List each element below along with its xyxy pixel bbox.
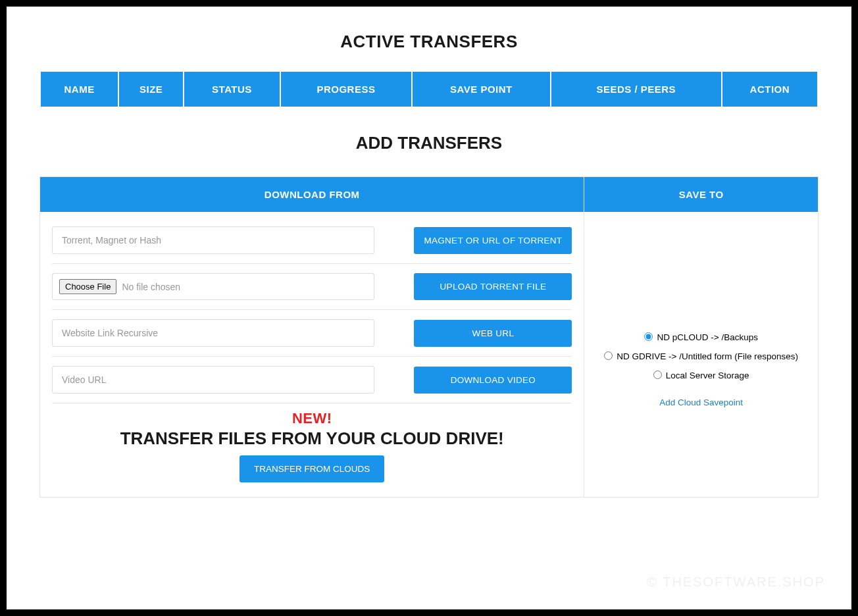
savepoint-radio-gdrive[interactable] [604, 351, 613, 360]
col-savepoint[interactable]: SAVE POINT [413, 72, 550, 107]
savepoint-option-gdrive[interactable]: ND GDRIVE -> /Untitled form (File respon… [597, 349, 805, 365]
transfer-cloud-title: TRANSFER FILES FROM YOUR CLOUD DRIVE! [52, 428, 572, 449]
app-frame: ACTIVE TRANSFERS NAME SIZE STATUS PROGRE… [7, 7, 851, 609]
transfer-cloud-section: NEW! TRANSFER FILES FROM YOUR CLOUD DRIV… [52, 403, 572, 482]
savepoint-radio-local[interactable] [653, 371, 662, 379]
weburl-input[interactable] [52, 319, 374, 347]
save-to-column: SAVE TO ND pCLOUD -> /Backups ND GDRIVE … [584, 177, 818, 497]
savepoint-option-local[interactable]: Local Server Storage [597, 369, 805, 384]
col-progress[interactable]: PROGRESS [281, 72, 411, 107]
transfer-from-clouds-button[interactable]: TRANSFER FROM CLOUDS [240, 455, 384, 482]
col-seeds-peers[interactable]: SEEDS / PEERS [551, 72, 721, 107]
add-transfers-title: ADD TRANSFERS [39, 133, 819, 153]
savepoint-radio-pcloud[interactable] [644, 332, 653, 341]
torrent-url-input[interactable] [52, 226, 374, 254]
upload-torrent-button[interactable]: UPLOAD TORRENT FILE [414, 273, 572, 300]
savepoint-label-pcloud[interactable]: ND pCLOUD -> /Backups [657, 330, 757, 346]
torrent-url-row: MAGNET OR URL OF TORRENT [52, 226, 572, 264]
savepoint-option-pcloud[interactable]: ND pCLOUD -> /Backups [597, 330, 805, 346]
choose-file-button[interactable]: Choose File [59, 279, 116, 294]
savepoint-label-local[interactable]: Local Server Storage [666, 369, 749, 384]
watermark: © THESOFTWARE.SHOP [647, 575, 825, 590]
add-transfers-panel: DOWNLOAD FROM MAGNET OR URL OF TORRENT C… [39, 176, 819, 498]
magnet-url-button[interactable]: MAGNET OR URL OF TORRENT [414, 227, 572, 254]
download-from-header: DOWNLOAD FROM [40, 177, 584, 212]
col-size[interactable]: SIZE [119, 72, 183, 107]
download-from-column: DOWNLOAD FROM MAGNET OR URL OF TORRENT C… [40, 177, 584, 497]
active-transfers-table: NAME SIZE STATUS PROGRESS SAVE POINT SEE… [39, 72, 819, 107]
new-badge: NEW! [52, 410, 572, 427]
save-to-header: SAVE TO [584, 177, 818, 212]
video-url-input[interactable] [52, 366, 374, 394]
add-cloud-savepoint-link[interactable]: Add Cloud Savepoint [597, 396, 805, 411]
file-input-wrap[interactable]: Choose File No file chosen [52, 273, 374, 300]
video-row: DOWNLOAD VIDEO [52, 357, 572, 403]
download-video-button[interactable]: DOWNLOAD VIDEO [414, 367, 572, 394]
col-name[interactable]: NAME [41, 72, 118, 107]
weburl-row: WEB URL [52, 310, 572, 357]
active-transfers-title: ACTIVE TRANSFERS [39, 32, 819, 52]
no-file-chosen-label: No file chosen [122, 282, 180, 292]
col-status[interactable]: STATUS [184, 72, 280, 107]
col-action[interactable]: ACTION [722, 72, 817, 107]
savepoint-label-gdrive[interactable]: ND GDRIVE -> /Untitled form (File respon… [617, 349, 798, 365]
upload-file-row: Choose File No file chosen UPLOAD TORREN… [52, 264, 572, 310]
weburl-button[interactable]: WEB URL [414, 320, 572, 347]
